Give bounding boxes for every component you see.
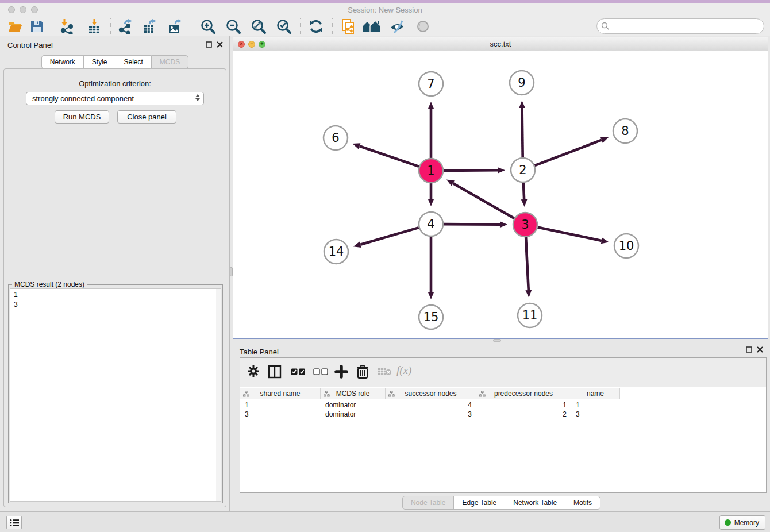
svg-text:15: 15 [424,310,439,324]
control-panel: Control Panel NetworkStyleSelectMCDS Opt… [0,36,230,511]
edge-1-2[interactable] [444,167,505,174]
edge-4-15[interactable] [428,237,434,299]
close-panel-button[interactable]: Close panel [117,110,176,124]
table-cell[interactable]: 1 [476,400,571,410]
table-cell[interactable]: 3 [240,410,321,419]
close-panel-icon[interactable] [217,41,223,48]
edge-4-3[interactable] [444,221,507,228]
column-header-successor-nodes[interactable]: successor nodes [386,388,476,399]
svg-text:8: 8 [621,124,629,138]
hide-selected-eye-icon[interactable] [388,18,407,34]
import-network-icon[interactable] [59,18,75,34]
edge-3-10[interactable] [538,228,609,244]
table-cell[interactable]: 2 [476,410,571,419]
toolbar-separator [110,18,111,34]
edge-3-1[interactable] [446,179,514,218]
select-all-icon[interactable] [291,368,306,378]
table-cell[interactable]: dominator [321,410,386,419]
table-cell[interactable]: 4 [386,400,476,410]
deselect-all-icon[interactable] [313,368,328,378]
table-cell[interactable]: 3 [386,410,476,419]
table-row[interactable]: 3dominator323 [240,410,766,419]
export-network-icon[interactable] [117,18,133,34]
clone-network-icon[interactable] [340,18,356,34]
mcds-result-textarea[interactable]: 1 3 [10,288,221,502]
svg-text:10: 10 [619,239,634,253]
graph-node-9[interactable]: 9 [510,71,534,95]
zoom-in-icon[interactable] [200,18,216,34]
tab-mcds[interactable]: MCDS [151,55,188,69]
network-window-title: scc.txt [233,40,768,48]
run-mcds-button[interactable]: Run MCDS [55,110,109,124]
graph-node-3[interactable]: 3 [513,213,537,237]
tab-select[interactable]: Select [116,55,151,69]
column-header-mcds-role[interactable]: MCDS role [321,388,386,399]
column-header-shared-name[interactable]: shared name [240,388,321,399]
function-builder-icon: f(x) [396,364,411,377]
graph-node-10[interactable]: 10 [614,234,638,258]
memory-button[interactable]: Memory [719,515,765,530]
tab-node-table[interactable]: Node Table [402,496,454,510]
tab-motifs[interactable]: Motifs [565,496,600,510]
add-column-icon[interactable] [334,365,348,381]
table-cell[interactable]: 3 [571,410,620,419]
graph-node-15[interactable]: 15 [419,305,443,329]
float-table-panel-icon[interactable] [746,346,752,353]
network-canvas[interactable]: 7968124314101511 [233,51,768,338]
edge-2-9[interactable] [519,101,525,157]
close-table-panel-icon[interactable] [757,346,763,353]
edge-4-14[interactable] [353,228,419,248]
graph-node-14[interactable]: 14 [324,240,348,264]
export-image-icon[interactable] [167,18,183,34]
horizontal-splitter-grip[interactable] [493,339,501,342]
zoom-fit-icon[interactable] [251,18,267,34]
tab-edge-table[interactable]: Edge Table [453,496,505,510]
reset-view-icon[interactable] [362,18,383,34]
svg-text:4: 4 [427,217,434,231]
table-row[interactable]: 1dominator411 [240,400,766,410]
edge-1-7[interactable] [428,102,434,158]
status-bar: Memory [0,511,770,532]
table-cell[interactable]: dominator [321,400,386,410]
gear-icon[interactable] [247,365,260,380]
export-table-icon[interactable] [141,18,157,34]
tab-network-table[interactable]: Network Table [505,496,565,510]
edge-1-6[interactable] [352,143,419,167]
import-table-icon[interactable] [86,18,102,34]
table-cell[interactable]: 1 [240,400,321,410]
graph-node-2[interactable]: 2 [511,158,535,182]
svg-text:6: 6 [332,131,339,145]
graph-node-6[interactable]: 6 [324,126,348,150]
task-history-button[interactable] [6,516,22,529]
network-window-titlebar: × − + scc.txt [233,37,768,51]
graph-node-8[interactable]: 8 [613,119,637,143]
edge-2-8[interactable] [535,137,609,165]
table-header-row: shared nameMCDS rolesuccessor nodesprede… [240,388,620,399]
result-scrollbar[interactable] [216,289,221,501]
table-cell[interactable]: 1 [571,400,620,410]
graph-node-11[interactable]: 11 [518,303,542,327]
graph-node-1[interactable]: 1 [419,159,443,183]
zoom-out-icon[interactable] [225,18,241,34]
table-body: 1dominator4113dominator323 [240,400,766,419]
graph-node-7[interactable]: 7 [419,72,443,96]
edge-1-4[interactable] [428,183,434,206]
apply-layout-icon[interactable] [308,18,324,34]
column-header-predecessor-nodes[interactable]: predecessor nodes [476,388,571,399]
criterion-dropdown[interactable]: strongly connected component [26,92,204,105]
zoom-selected-icon[interactable] [276,18,292,34]
open-file-icon[interactable] [7,18,23,34]
split-panel-icon[interactable] [268,365,282,381]
tab-style[interactable]: Style [83,55,116,69]
edge-2-3[interactable] [521,183,528,207]
column-header-name[interactable]: name [571,388,620,399]
toolbar-separator [300,18,301,34]
delete-column-trash-icon[interactable] [356,365,369,381]
graph-node-4[interactable]: 4 [419,212,443,236]
tab-network[interactable]: Network [41,55,83,69]
edge-3-11[interactable] [525,237,532,298]
dropdown-stepper-icon [195,94,200,101]
search-input[interactable] [596,18,764,34]
float-panel-icon[interactable] [206,41,212,48]
save-session-icon[interactable] [29,18,45,34]
